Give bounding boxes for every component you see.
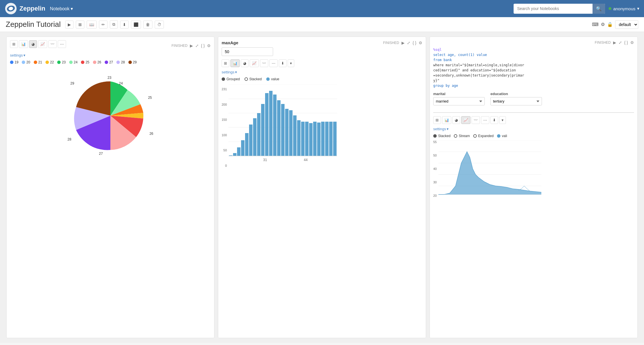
panel2-settings-link[interactable]: settings ▾ (222, 70, 422, 74)
export-button[interactable]: ⬇ (120, 21, 129, 29)
delete-button[interactable]: 🗑 (143, 21, 152, 29)
panel3-pie-button[interactable]: ◕ (452, 116, 460, 124)
line-chart-button[interactable]: 〰 (48, 40, 57, 48)
bar-chart-inner: 231 200 150 100 50 0 (222, 85, 422, 167)
pie-chart-button[interactable]: ◕ (29, 40, 37, 48)
legend-label-25: 25 (86, 60, 89, 64)
legend-item-23: 23 (57, 60, 65, 64)
panel3-status: FINISHED (595, 41, 611, 45)
logo: Zeppelin (5, 2, 45, 15)
panel2-scatter-button[interactable]: ⋯ (269, 59, 278, 67)
panel3-more-button[interactable]: ▾ (499, 116, 506, 124)
panel2-status: FINISHED (383, 41, 399, 45)
table-view-button[interactable]: ⊞ (10, 40, 18, 48)
legend-dot-28 (116, 61, 120, 64)
bar-16 (289, 110, 293, 156)
legend-label-23: 23 (62, 60, 65, 64)
bar-8 (257, 113, 261, 156)
legend-item-26: 26 (93, 60, 101, 64)
panel3-table-button[interactable]: ⊞ (433, 116, 441, 124)
expanded-legend: Expanded (473, 134, 494, 138)
search-input[interactable] (514, 4, 593, 13)
panel3-settings-button[interactable]: ⚙ (630, 40, 634, 45)
bar-2 (233, 153, 236, 156)
panel2-line-button[interactable]: 〰 (260, 59, 268, 67)
legend-dot-21 (34, 61, 37, 64)
panel3-bar-button[interactable]: 📊 (442, 116, 451, 124)
education-select[interactable]: tertiary secondary primary unknown (490, 97, 542, 105)
sql-line-2: select age, count(1) value (433, 52, 634, 57)
marital-select[interactable]: married single divorced (433, 97, 485, 105)
panel1-settings-link[interactable]: settings ▾ (10, 53, 211, 57)
keyboard-shortcuts-button[interactable]: ⌨ (592, 22, 599, 27)
panel2-bar-button[interactable]: 📊 (230, 59, 240, 67)
scatter-chart-button[interactable]: ⋯ (58, 40, 66, 48)
expanded-icon (473, 134, 477, 138)
area-chart-legend: Stacked Stream Expanded vali (433, 134, 634, 138)
interpreter-dropdown[interactable]: default (615, 20, 638, 29)
sql-line-3: from bank (433, 57, 634, 63)
notebook-menu-button[interactable]: Notebook ▾ (50, 6, 73, 11)
panel3-scatter-button[interactable]: ⋯ (481, 116, 489, 124)
edit-button[interactable]: ✏ (99, 21, 108, 29)
panel1-run-button[interactable]: ▶ (190, 43, 193, 48)
legend-dot-19 (10, 61, 13, 64)
panel3-expand-button[interactable]: ⤢ (619, 40, 622, 45)
stacked-icon (245, 77, 248, 81)
panel2-code-button[interactable]: { } (413, 41, 416, 45)
panel2-run-button[interactable]: ▶ (401, 41, 405, 45)
y-axis: 231 200 150 100 50 0 (222, 87, 227, 167)
bar-20 (305, 122, 309, 156)
clone-button[interactable]: ⧉ (110, 20, 118, 29)
area-chart-button[interactable]: 📈 (38, 40, 47, 48)
search-box: 🔍 (514, 4, 605, 14)
parameter-row: marital married single divorced educatio… (433, 92, 634, 109)
legend-item-28: 28 (116, 60, 125, 64)
panel1-code-button[interactable]: { } (201, 43, 205, 48)
panel1-status-area: FINISHED ▶ ⤢ { } ⚙ (172, 43, 211, 48)
legend-item-29: 29 (128, 60, 137, 64)
stacked-label: Stacked (249, 77, 262, 81)
panel2-settings-button[interactable]: ⚙ (419, 41, 422, 45)
panel3-run-button[interactable]: ▶ (613, 40, 616, 45)
bar-12 (273, 95, 277, 156)
stop-all-button[interactable]: ⊠ (76, 21, 84, 29)
pie-label-25: 25 (148, 96, 152, 100)
y-label-50: 50 (223, 149, 227, 152)
bar-chart-button[interactable]: 📊 (19, 40, 28, 48)
panel3-area-button[interactable]: 📈 (461, 116, 470, 124)
settings-button[interactable]: ⚙ (601, 22, 605, 27)
sql-line-6: =secondary,unknown|tertiary|secondary|pr… (433, 73, 634, 78)
panel2-status-area: FINISHED ▶ ⤢ { } ⚙ (383, 41, 422, 45)
sql-line-8: group by age (433, 83, 634, 88)
legend-item-27: 27 (105, 60, 113, 64)
legend-label-27: 27 (109, 60, 113, 64)
legend-dot-29 (128, 61, 132, 64)
search-button[interactable]: 🔍 (593, 4, 605, 14)
panel2-more-button[interactable]: ▾ (288, 59, 294, 67)
bar-chart-legend: Grouped Stacked value (222, 77, 422, 81)
panel2-pie-button[interactable]: ◕ (241, 59, 249, 67)
y-label-200: 200 (222, 103, 227, 106)
sql-panel: FINISHED ▶ ⤢ { } ⚙ %sql select age, coun… (430, 37, 638, 338)
panel2-param-label: maxAge (222, 40, 238, 45)
run-all-button[interactable]: ▶ (65, 21, 73, 29)
x-label-44: 44 (304, 158, 308, 162)
panel2-download-button[interactable]: ⬇ (279, 59, 287, 67)
grouped-icon (222, 77, 225, 81)
panel3-line-button[interactable]: 〰 (472, 116, 480, 124)
panel3-code-button[interactable]: { } (624, 40, 628, 45)
max-age-input[interactable] (222, 47, 273, 56)
lock-button[interactable]: 🔒 (607, 22, 613, 27)
panel3-settings-link[interactable]: settings ▾ (433, 127, 634, 131)
user-menu-button[interactable]: anonymous ▾ (609, 6, 639, 11)
clear-button[interactable]: ⬛ (131, 21, 141, 29)
panel2-table-button[interactable]: ⊞ (222, 59, 229, 67)
schedule-button[interactable]: ⏱ (155, 21, 164, 29)
panel1-settings-button[interactable]: ⚙ (207, 43, 211, 48)
panel3-download-button[interactable]: ⬇ (490, 116, 498, 124)
panel1-expand-button[interactable]: ⤢ (195, 43, 199, 48)
panel2-expand-button[interactable]: ⤢ (407, 41, 410, 45)
reader-mode-button[interactable]: 📖 (87, 21, 97, 29)
panel2-area-button[interactable]: 📈 (250, 59, 259, 67)
